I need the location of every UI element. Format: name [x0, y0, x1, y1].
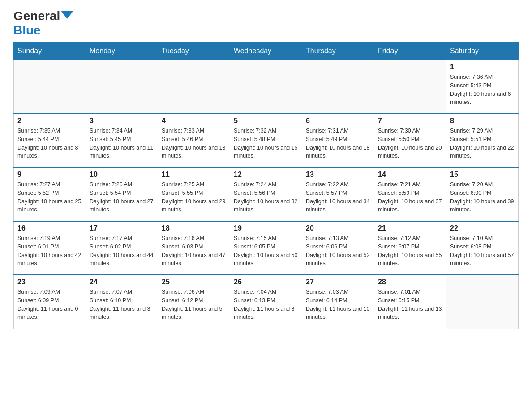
day-number: 28 [378, 278, 442, 286]
day-number: 5 [234, 117, 298, 125]
day-info: Sunrise: 7:24 AMSunset: 5:56 PMDaylight:… [234, 180, 298, 214]
day-info: Sunrise: 7:27 AMSunset: 5:52 PMDaylight:… [17, 180, 82, 214]
day-number: 17 [90, 224, 154, 232]
day-info: Sunrise: 7:15 AMSunset: 6:05 PMDaylight:… [234, 234, 298, 268]
day-info: Sunrise: 7:09 AMSunset: 6:09 PMDaylight:… [17, 288, 82, 321]
day-info: Sunrise: 7:36 AMSunset: 5:43 PMDaylight:… [450, 73, 515, 107]
day-of-week-header: Friday [374, 43, 446, 60]
calendar-day-cell: 19Sunrise: 7:15 AMSunset: 6:05 PMDayligh… [230, 221, 302, 275]
day-of-week-header: Monday [86, 43, 158, 60]
calendar-day-cell: 24Sunrise: 7:07 AMSunset: 6:10 PMDayligh… [86, 275, 158, 329]
day-number: 21 [378, 224, 442, 232]
calendar-day-cell: 5Sunrise: 7:32 AMSunset: 5:48 PMDaylight… [230, 114, 302, 167]
calendar-day-cell [446, 275, 519, 329]
day-info: Sunrise: 7:20 AMSunset: 6:00 PMDaylight:… [450, 180, 515, 214]
day-info: Sunrise: 7:33 AMSunset: 5:46 PMDaylight:… [162, 127, 226, 160]
calendar-day-cell: 14Sunrise: 7:21 AMSunset: 5:59 PMDayligh… [374, 167, 446, 221]
day-number: 26 [234, 278, 298, 286]
day-number: 18 [162, 224, 226, 232]
day-info: Sunrise: 7:29 AMSunset: 5:51 PMDaylight:… [450, 127, 515, 160]
calendar-day-cell: 18Sunrise: 7:16 AMSunset: 6:03 PMDayligh… [158, 221, 230, 275]
calendar-day-cell: 9Sunrise: 7:27 AMSunset: 5:52 PMDaylight… [14, 167, 86, 221]
day-number: 16 [17, 224, 82, 232]
calendar-day-cell: 20Sunrise: 7:13 AMSunset: 6:06 PMDayligh… [302, 221, 374, 275]
calendar-header-row: SundayMondayTuesdayWednesdayThursdayFrid… [14, 43, 519, 60]
calendar-day-cell: 22Sunrise: 7:10 AMSunset: 6:08 PMDayligh… [446, 221, 519, 275]
calendar-day-cell: 27Sunrise: 7:03 AMSunset: 6:14 PMDayligh… [302, 275, 374, 329]
logo-blue-text: Blue [13, 23, 41, 38]
day-number: 9 [17, 171, 82, 179]
day-info: Sunrise: 7:35 AMSunset: 5:44 PMDaylight:… [17, 127, 82, 160]
day-info: Sunrise: 7:31 AMSunset: 5:49 PMDaylight:… [306, 127, 370, 160]
day-info: Sunrise: 7:22 AMSunset: 5:57 PMDaylight:… [306, 180, 370, 214]
day-info: Sunrise: 7:16 AMSunset: 6:03 PMDaylight:… [162, 234, 226, 268]
day-number: 8 [450, 117, 515, 125]
calendar-day-cell [302, 60, 374, 114]
calendar-table: SundayMondayTuesdayWednesdayThursdayFrid… [13, 42, 519, 329]
day-number: 10 [90, 171, 154, 179]
day-of-week-header: Sunday [14, 43, 86, 60]
calendar-week-row: 16Sunrise: 7:19 AMSunset: 6:01 PMDayligh… [14, 221, 519, 275]
day-number: 12 [234, 171, 298, 179]
day-info: Sunrise: 7:04 AMSunset: 6:13 PMDaylight:… [234, 288, 298, 321]
day-info: Sunrise: 7:34 AMSunset: 5:45 PMDaylight:… [90, 127, 154, 160]
day-info: Sunrise: 7:01 AMSunset: 6:15 PMDaylight:… [378, 288, 442, 321]
day-info: Sunrise: 7:13 AMSunset: 6:06 PMDaylight:… [306, 234, 370, 268]
calendar-day-cell: 2Sunrise: 7:35 AMSunset: 5:44 PMDaylight… [14, 114, 86, 167]
day-number: 15 [450, 171, 515, 179]
calendar-day-cell: 7Sunrise: 7:30 AMSunset: 5:50 PMDaylight… [374, 114, 446, 167]
logo: General Blue [13, 9, 73, 38]
day-number: 11 [162, 171, 226, 179]
day-number: 3 [90, 117, 154, 125]
day-of-week-header: Tuesday [158, 43, 230, 60]
calendar-week-row: 23Sunrise: 7:09 AMSunset: 6:09 PMDayligh… [14, 275, 519, 329]
calendar-day-cell: 16Sunrise: 7:19 AMSunset: 6:01 PMDayligh… [14, 221, 86, 275]
calendar-day-cell [14, 60, 86, 114]
day-info: Sunrise: 7:30 AMSunset: 5:50 PMDaylight:… [378, 127, 442, 160]
calendar-day-cell: 23Sunrise: 7:09 AMSunset: 6:09 PMDayligh… [14, 275, 86, 329]
day-of-week-header: Wednesday [230, 43, 302, 60]
calendar-day-cell: 26Sunrise: 7:04 AMSunset: 6:13 PMDayligh… [230, 275, 302, 329]
calendar-day-cell [230, 60, 302, 114]
calendar-day-cell: 13Sunrise: 7:22 AMSunset: 5:57 PMDayligh… [302, 167, 374, 221]
calendar-day-cell: 11Sunrise: 7:25 AMSunset: 5:55 PMDayligh… [158, 167, 230, 221]
day-number: 27 [306, 278, 370, 286]
calendar-day-cell: 1Sunrise: 7:36 AMSunset: 5:43 PMDaylight… [446, 60, 519, 114]
calendar-day-cell [158, 60, 230, 114]
day-info: Sunrise: 7:12 AMSunset: 6:07 PMDaylight:… [378, 234, 442, 268]
calendar-week-row: 9Sunrise: 7:27 AMSunset: 5:52 PMDaylight… [14, 167, 519, 221]
day-info: Sunrise: 7:21 AMSunset: 5:59 PMDaylight:… [378, 180, 442, 214]
logo-general-text: General [13, 9, 60, 23]
calendar-day-cell: 8Sunrise: 7:29 AMSunset: 5:51 PMDaylight… [446, 114, 519, 167]
logo-triangle-icon [61, 11, 73, 19]
day-number: 13 [306, 171, 370, 179]
calendar-day-cell: 15Sunrise: 7:20 AMSunset: 6:00 PMDayligh… [446, 167, 519, 221]
page-header: General Blue [13, 9, 519, 38]
calendar-day-cell: 17Sunrise: 7:17 AMSunset: 6:02 PMDayligh… [86, 221, 158, 275]
day-number: 2 [17, 117, 82, 125]
day-of-week-header: Saturday [446, 43, 519, 60]
day-info: Sunrise: 7:26 AMSunset: 5:54 PMDaylight:… [90, 180, 154, 214]
day-number: 1 [450, 63, 515, 71]
day-number: 19 [234, 224, 298, 232]
day-number: 25 [162, 278, 226, 286]
day-number: 7 [378, 117, 442, 125]
calendar-day-cell: 28Sunrise: 7:01 AMSunset: 6:15 PMDayligh… [374, 275, 446, 329]
calendar-day-cell: 6Sunrise: 7:31 AMSunset: 5:49 PMDaylight… [302, 114, 374, 167]
day-info: Sunrise: 7:06 AMSunset: 6:12 PMDaylight:… [162, 288, 226, 321]
day-info: Sunrise: 7:03 AMSunset: 6:14 PMDaylight:… [306, 288, 370, 321]
day-number: 23 [17, 278, 82, 286]
day-number: 20 [306, 224, 370, 232]
calendar-day-cell [86, 60, 158, 114]
calendar-day-cell: 3Sunrise: 7:34 AMSunset: 5:45 PMDaylight… [86, 114, 158, 167]
calendar-day-cell: 4Sunrise: 7:33 AMSunset: 5:46 PMDaylight… [158, 114, 230, 167]
day-info: Sunrise: 7:25 AMSunset: 5:55 PMDaylight:… [162, 180, 226, 214]
day-info: Sunrise: 7:32 AMSunset: 5:48 PMDaylight:… [234, 127, 298, 160]
day-info: Sunrise: 7:10 AMSunset: 6:08 PMDaylight:… [450, 234, 515, 268]
day-info: Sunrise: 7:07 AMSunset: 6:10 PMDaylight:… [90, 288, 154, 321]
day-number: 4 [162, 117, 226, 125]
day-number: 22 [450, 224, 515, 232]
day-of-week-header: Thursday [302, 43, 374, 60]
calendar-week-row: 1Sunrise: 7:36 AMSunset: 5:43 PMDaylight… [14, 60, 519, 114]
day-number: 24 [90, 278, 154, 286]
